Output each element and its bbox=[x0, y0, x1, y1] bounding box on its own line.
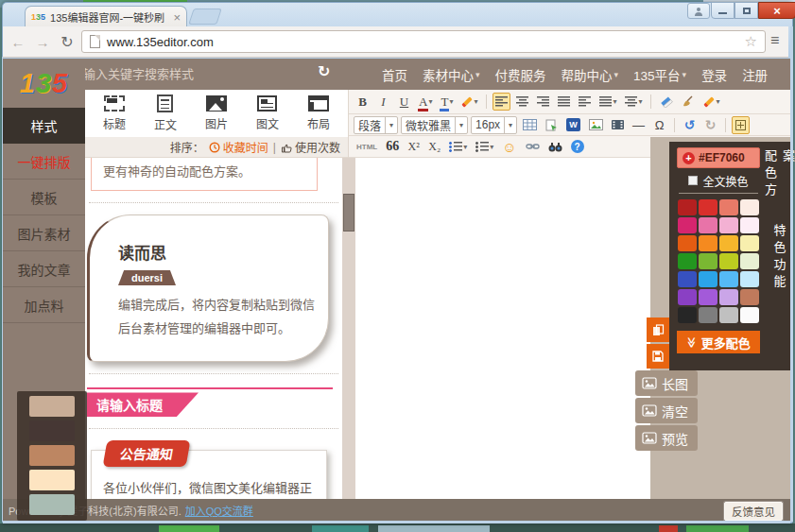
ordered-list-button[interactable]: ▾ bbox=[446, 138, 470, 156]
maximize-button[interactable] bbox=[735, 2, 758, 19]
eraser-button[interactable] bbox=[657, 93, 676, 111]
address-bar[interactable]: www.135editor.com ☆ bbox=[81, 30, 766, 53]
palette-swatch[interactable] bbox=[29, 470, 75, 490]
color-swatch[interactable] bbox=[678, 271, 697, 287]
category-tab[interactable]: 正文 bbox=[154, 94, 177, 132]
color-swatch[interactable] bbox=[740, 253, 759, 269]
palette-swatch[interactable] bbox=[29, 445, 75, 466]
tab-close-icon[interactable]: × bbox=[173, 11, 181, 24]
insert-link-button[interactable] bbox=[523, 138, 543, 156]
style-list[interactable]: 更有神奇的自动配色方案。 读而思 duersi 编辑完成后，将内容复制粘贴到微信… bbox=[85, 158, 342, 499]
minimize-button[interactable] bbox=[711, 2, 735, 19]
more-colors-button[interactable]: ≫ 更多配色 bbox=[677, 331, 760, 353]
align-right-button[interactable] bbox=[534, 93, 552, 111]
vertical-align-button[interactable]: ▾ bbox=[596, 93, 619, 111]
find-replace-button[interactable] bbox=[545, 138, 565, 156]
category-tab[interactable]: 图片 bbox=[205, 95, 228, 131]
align-center-button[interactable] bbox=[513, 93, 531, 111]
redo-button[interactable]: ↻ bbox=[701, 116, 719, 134]
word-import-button[interactable]: W bbox=[563, 116, 583, 134]
fullscreen-button[interactable] bbox=[732, 116, 750, 134]
recolor-all-toggle[interactable]: 全文换色 bbox=[677, 168, 760, 193]
nav-item[interactable]: 素材中心 ▾ bbox=[423, 65, 480, 84]
profile-button[interactable] bbox=[687, 3, 710, 19]
palette-swatch[interactable] bbox=[29, 420, 75, 441]
category-tab[interactable]: 布局 bbox=[307, 95, 330, 131]
sidebar-item[interactable]: 模板 bbox=[3, 180, 85, 215]
feedback-button[interactable]: 反馈意见 bbox=[724, 502, 783, 521]
color-swatch[interactable] bbox=[719, 199, 738, 215]
style-card-title-banner[interactable]: 请输入标题 bbox=[87, 387, 333, 417]
color-swatch[interactable] bbox=[699, 271, 717, 287]
editor-canvas[interactable] bbox=[355, 158, 650, 499]
list-scrollbar-thumb[interactable] bbox=[343, 194, 354, 232]
color-swatch[interactable] bbox=[678, 307, 697, 323]
nav-item[interactable]: 付费服务 ▾ bbox=[495, 65, 546, 84]
close-button[interactable]: × bbox=[758, 2, 795, 19]
color-swatch[interactable] bbox=[699, 289, 717, 305]
browser-tab[interactable]: 135 135编辑器官网-一键秒刷 × bbox=[25, 6, 187, 27]
reload-button[interactable]: ↻ bbox=[57, 31, 78, 52]
color-swatch[interactable] bbox=[719, 253, 738, 269]
font-size-select[interactable]: 16px▾ bbox=[471, 116, 517, 134]
panel-tab[interactable]: 配色方案 bbox=[768, 142, 790, 216]
color-swatch[interactable] bbox=[678, 235, 697, 251]
paragraph-select[interactable]: 段落▾ bbox=[354, 116, 398, 134]
forward-button[interactable]: → bbox=[32, 31, 53, 52]
sidebar-item[interactable]: 一键排版 bbox=[3, 144, 85, 180]
palette-swatch[interactable] bbox=[29, 494, 75, 515]
search-input[interactable] bbox=[83, 63, 320, 85]
color-swatch[interactable] bbox=[678, 289, 697, 305]
color-swatch[interactable] bbox=[719, 307, 738, 323]
search-refresh-button[interactable]: ↻ bbox=[318, 62, 330, 80]
color-swatch[interactable] bbox=[678, 253, 697, 269]
sidebar-item[interactable]: 图片素材 bbox=[3, 215, 85, 251]
subscript-button[interactable]: X₂ bbox=[425, 138, 443, 156]
text-background-color-button[interactable]: T▾ bbox=[438, 93, 456, 111]
sort-by-use-count[interactable]: 使用次数 bbox=[281, 139, 340, 155]
superscript-button[interactable]: X² bbox=[405, 138, 423, 156]
color-swatch[interactable] bbox=[719, 217, 738, 233]
color-swatch[interactable] bbox=[699, 217, 717, 233]
color-swatch[interactable] bbox=[719, 235, 738, 251]
sidebar-item[interactable]: 样式 bbox=[3, 108, 85, 144]
line-height-button[interactable]: ▾ bbox=[622, 93, 645, 111]
insert-video-button[interactable] bbox=[609, 116, 627, 134]
side-action-button[interactable]: 预览 bbox=[635, 425, 698, 451]
color-swatch[interactable] bbox=[699, 253, 717, 269]
panel-tab[interactable]: 特色功能 bbox=[768, 216, 790, 370]
sidebar-item[interactable]: 加点料 bbox=[3, 287, 85, 323]
font-family-select[interactable]: 微软雅黑▾ bbox=[401, 116, 468, 134]
font-color-button[interactable]: A▾ bbox=[416, 93, 435, 111]
color-swatch[interactable] bbox=[740, 271, 759, 287]
help-button[interactable]: ? bbox=[568, 138, 587, 156]
color-swatch[interactable] bbox=[719, 271, 738, 287]
color-swatch[interactable] bbox=[740, 307, 759, 323]
color-swatch[interactable] bbox=[719, 289, 738, 305]
site-logo[interactable]: 135 bbox=[3, 59, 85, 108]
url-text[interactable]: www.135editor.com bbox=[107, 35, 738, 49]
horizontal-rule-button[interactable]: — bbox=[630, 116, 648, 134]
color-swatch[interactable] bbox=[740, 235, 759, 251]
color-swatch[interactable] bbox=[678, 199, 697, 215]
category-tab[interactable]: 图文 bbox=[256, 95, 279, 131]
align-justify-button[interactable] bbox=[555, 93, 573, 111]
insert-table-button[interactable] bbox=[520, 116, 540, 134]
color-swatch[interactable] bbox=[699, 307, 717, 323]
side-action-button[interactable]: 清空 bbox=[635, 398, 698, 423]
bookmark-star-icon[interactable]: ☆ bbox=[745, 33, 757, 50]
special-char-button[interactable]: Ω bbox=[650, 116, 668, 134]
italic-button[interactable]: I bbox=[374, 93, 392, 111]
indent-button[interactable] bbox=[576, 93, 594, 111]
color-swatch[interactable] bbox=[678, 217, 697, 233]
format-clear-button[interactable] bbox=[679, 93, 698, 111]
unordered-list-button[interactable]: ▾ bbox=[473, 138, 496, 156]
side-action-button[interactable]: 长图 bbox=[635, 370, 698, 396]
save-button[interactable]: 保存 bbox=[647, 344, 669, 369]
qq-group-link[interactable]: 加入QQ交流群 bbox=[185, 503, 253, 518]
color-swatch[interactable] bbox=[699, 235, 717, 251]
nav-item[interactable]: 135平台 ▾ bbox=[633, 65, 686, 84]
category-tab[interactable]: 标题 bbox=[103, 95, 126, 131]
insert-image-button[interactable] bbox=[586, 116, 606, 134]
palette-swatch[interactable] bbox=[29, 396, 75, 417]
